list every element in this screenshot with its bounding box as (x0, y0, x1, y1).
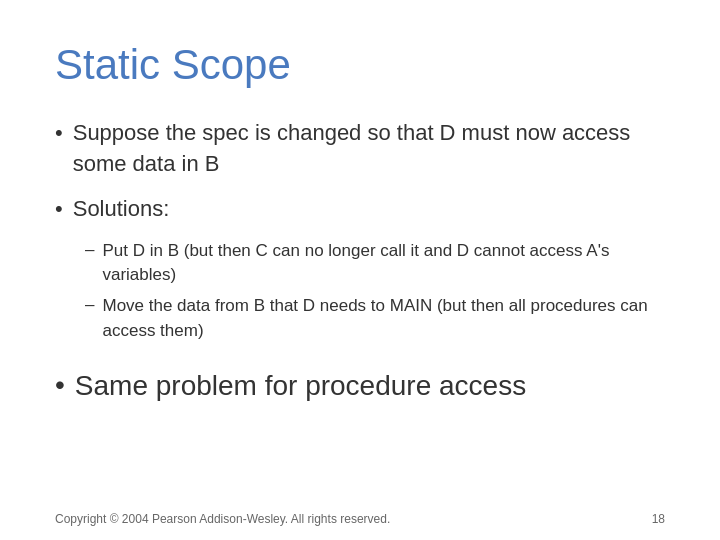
bullet-text-1: Suppose the spec is changed so that D mu… (73, 118, 665, 180)
footer-copyright: Copyright © 2004 Pearson Addison-Wesley.… (55, 512, 390, 526)
sub-bullet-text-2: Move the data from B that D needs to MAI… (102, 294, 665, 343)
sub-bullet-text-1: Put D in B (but then C can no longer cal… (102, 239, 665, 288)
bullet-large-text: Same problem for procedure access (75, 367, 526, 405)
slide-title: Static Scope (55, 40, 665, 90)
sub-bullets-list: – Put D in B (but then C can no longer c… (85, 239, 665, 344)
bullet-item-2: • Solutions: (55, 194, 665, 225)
bullet-dot-1: • (55, 120, 63, 146)
bullet-text-2: Solutions: (73, 194, 170, 225)
sub-bullet-item-2: – Move the data from B that D needs to M… (85, 294, 665, 343)
bullet-large-item: • Same problem for procedure access (55, 367, 665, 405)
slide-footer: Copyright © 2004 Pearson Addison-Wesley.… (55, 512, 665, 526)
slide-container: Static Scope • Suppose the spec is chang… (0, 0, 720, 540)
bullet-dot-2: • (55, 196, 63, 222)
bullet-item-1: • Suppose the spec is changed so that D … (55, 118, 665, 180)
footer-page-number: 18 (652, 512, 665, 526)
sub-bullet-dash-2: – (85, 295, 94, 315)
content-area: • Suppose the spec is changed so that D … (55, 118, 665, 510)
sub-bullet-item-1: – Put D in B (but then C can no longer c… (85, 239, 665, 288)
sub-bullet-dash-1: – (85, 240, 94, 260)
bullet-large-dot: • (55, 369, 65, 401)
